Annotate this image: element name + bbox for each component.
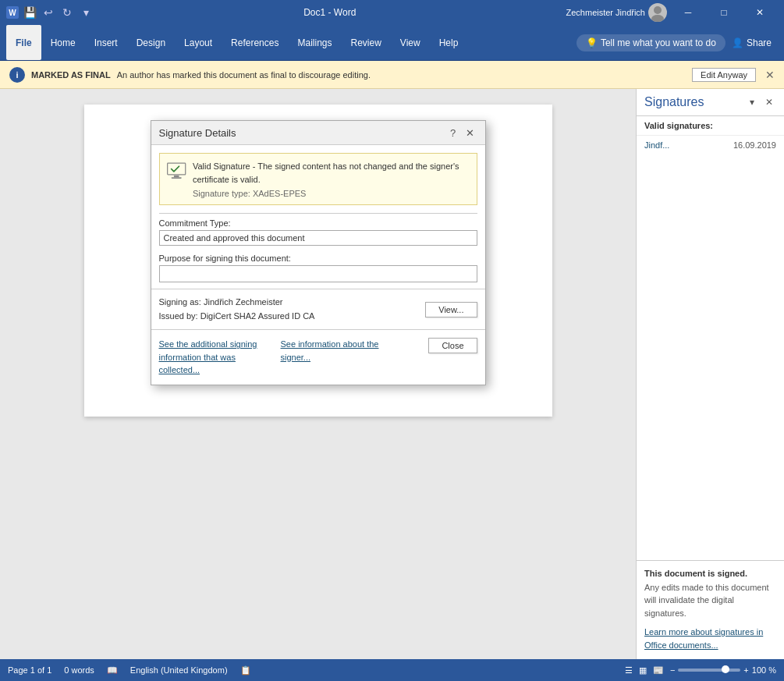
window-title: Doc1 - Word bbox=[94, 7, 566, 18]
edit-anyway-button[interactable]: Edit Anyway bbox=[692, 68, 756, 82]
user-info[interactable]: Zechmeister Jindřich bbox=[566, 3, 667, 22]
zoom-minus-button[interactable]: − bbox=[670, 665, 675, 675]
redo-button[interactable]: ↻ bbox=[59, 5, 75, 20]
lightbulb-icon: 💡 bbox=[586, 37, 598, 48]
zoom-controls: − + 100 % bbox=[670, 665, 776, 675]
sig-type: Signature type: XAdES-EPES bbox=[193, 189, 470, 198]
signing-info: Signing as: Jindřich Zechmeister Issued … bbox=[159, 296, 315, 323]
valid-sig-info: Valid Signature - The signed content has… bbox=[193, 160, 470, 198]
signature-details-dialog: Signature Details ? ✕ Valid S bbox=[151, 120, 486, 385]
commitment-label: Commitment Type: bbox=[159, 218, 477, 228]
share-button[interactable]: 👤 Share bbox=[725, 34, 778, 51]
undo-button[interactable]: ↩ bbox=[41, 5, 56, 20]
language-status[interactable]: English (United Kingdom) bbox=[130, 665, 228, 675]
sig-entry-name: Jindf... bbox=[644, 140, 669, 150]
sig-type-value: XAdES-EPES bbox=[253, 189, 306, 198]
signer-info-link[interactable]: See information about the signer... bbox=[281, 338, 390, 377]
valid-sig-text: Valid Signature - The signed content has… bbox=[193, 160, 470, 186]
valid-signature-section: Valid Signature - The signed content has… bbox=[159, 153, 477, 205]
commitment-input[interactable] bbox=[159, 230, 477, 246]
dialog-overlay: Signature Details ? ✕ Valid S bbox=[0, 89, 636, 659]
tab-references[interactable]: References bbox=[222, 25, 288, 60]
word-count[interactable]: 0 words bbox=[64, 665, 94, 675]
title-right: Zechmeister Jindřich ─ □ ✕ bbox=[566, 0, 778, 25]
svg-rect-3 bbox=[173, 176, 179, 177]
dialog-help-button[interactable]: ? bbox=[446, 126, 460, 140]
dialog-title-bar: Signature Details ? ✕ bbox=[151, 121, 485, 145]
panel-close-icon[interactable]: ✕ bbox=[762, 95, 776, 109]
tab-help[interactable]: Help bbox=[430, 25, 468, 60]
additional-info-link[interactable]: See the additional signing information t… bbox=[159, 338, 268, 377]
title-controls-left: W 💾 ↩ ↻ ▾ bbox=[6, 5, 94, 20]
panel-title: Signatures bbox=[644, 95, 704, 109]
tab-home[interactable]: Home bbox=[41, 25, 85, 60]
close-window-button[interactable]: ✕ bbox=[742, 0, 778, 25]
commitment-section: Commitment Type: bbox=[151, 214, 485, 250]
view-read-icon[interactable]: 📰 bbox=[653, 665, 664, 676]
dialog-close-icon-button[interactable]: ✕ bbox=[463, 126, 477, 140]
issued-by-row: Issued by: DigiCert SHA2 Assured ID CA bbox=[159, 310, 315, 324]
minimize-button[interactable]: ─ bbox=[670, 0, 706, 25]
tab-layout[interactable]: Layout bbox=[175, 25, 222, 60]
status-right: ☰ ▦ 📰 − + 100 % bbox=[625, 665, 776, 676]
title-bar: W 💾 ↩ ↻ ▾ Doc1 - Word Zechmeister Jindři… bbox=[0, 0, 784, 25]
signature-entry[interactable]: Jindf... 16.09.2019 bbox=[637, 136, 784, 154]
links-close-section: See the additional signing information t… bbox=[151, 330, 485, 385]
main-area: Signature Details ? ✕ Valid S bbox=[0, 89, 784, 659]
tab-review[interactable]: Review bbox=[341, 25, 390, 60]
tab-mailings[interactable]: Mailings bbox=[288, 25, 341, 60]
share-icon: 👤 bbox=[732, 37, 743, 48]
user-name: Zechmeister Jindřich bbox=[566, 8, 645, 17]
notification-bar: i MARKED AS FINAL An author has marked t… bbox=[0, 61, 784, 89]
tab-design[interactable]: Design bbox=[127, 25, 175, 60]
read-mode-icon[interactable]: 📖 bbox=[107, 665, 118, 676]
dialog-title-icons: ? ✕ bbox=[446, 126, 477, 140]
signing-as-value: Jindřich Zechmeister bbox=[204, 297, 282, 307]
svg-point-1 bbox=[651, 15, 664, 22]
signing-as-row: Signing as: Jindřich Zechmeister bbox=[159, 296, 315, 310]
user-avatar bbox=[648, 3, 667, 22]
tab-view[interactable]: View bbox=[391, 25, 430, 60]
zoom-slider[interactable] bbox=[678, 669, 740, 672]
word-icon: W bbox=[6, 6, 19, 19]
maximize-button[interactable]: □ bbox=[706, 0, 742, 25]
tab-file[interactable]: File bbox=[6, 25, 41, 60]
close-dialog-button[interactable]: Close bbox=[428, 338, 477, 353]
signing-section: Signing as: Jindřich Zechmeister Issued … bbox=[151, 289, 485, 330]
customize-button[interactable]: ▾ bbox=[78, 5, 94, 20]
panel-header: Signatures ▾ ✕ bbox=[637, 89, 784, 116]
notification-message: An author has marked this document as fi… bbox=[117, 70, 686, 80]
tell-me-text: Tell me what you want to do bbox=[601, 37, 716, 48]
purpose-label: Purpose for signing this document: bbox=[159, 254, 477, 263]
panel-header-icons: ▾ ✕ bbox=[745, 95, 776, 109]
window-controls: ─ □ ✕ bbox=[670, 0, 778, 25]
purpose-section: Purpose for signing this document: bbox=[151, 250, 485, 289]
panel-dropdown-icon[interactable]: ▾ bbox=[745, 95, 759, 109]
purpose-input[interactable] bbox=[159, 265, 477, 282]
view-layout-icon[interactable]: ▦ bbox=[639, 665, 647, 676]
document-area: Signature Details ? ✕ Valid S bbox=[0, 89, 636, 659]
issued-by-value: DigiCert SHA2 Assured ID CA bbox=[200, 311, 315, 321]
svg-point-0 bbox=[654, 6, 662, 14]
zoom-slider-thumb bbox=[722, 665, 729, 673]
ribbon: File Home Insert Design Layout Reference… bbox=[0, 25, 784, 61]
save-button[interactable]: 💾 bbox=[22, 5, 37, 20]
zoom-level[interactable]: 100 % bbox=[752, 665, 776, 675]
view-normal-icon[interactable]: ☰ bbox=[625, 665, 633, 676]
notification-title: MARKED AS FINAL bbox=[31, 70, 111, 80]
zoom-plus-button[interactable]: + bbox=[743, 665, 748, 675]
monitor-icon bbox=[166, 160, 186, 182]
proofing-icon: 📋 bbox=[240, 665, 251, 676]
view-button[interactable]: View... bbox=[425, 302, 477, 317]
doc-signed-text: Any edits made to this document will inv… bbox=[644, 581, 776, 620]
svg-rect-4 bbox=[171, 177, 181, 179]
notification-close[interactable]: ✕ bbox=[765, 69, 775, 81]
status-bar: Page 1 of 1 0 words 📖 English (United Ki… bbox=[0, 659, 784, 681]
dialog-title: Signature Details bbox=[159, 127, 236, 139]
tell-me-input[interactable]: 💡 Tell me what you want to do bbox=[576, 34, 725, 51]
signatures-panel: Signatures ▾ ✕ Valid signatures: Jindf..… bbox=[636, 89, 784, 659]
tab-insert[interactable]: Insert bbox=[85, 25, 127, 60]
valid-sigs-label: Valid signatures: bbox=[637, 116, 784, 136]
sig-entry-date: 16.09.2019 bbox=[733, 140, 776, 150]
learn-more-link[interactable]: Learn more about signatures in Office do… bbox=[644, 627, 763, 650]
